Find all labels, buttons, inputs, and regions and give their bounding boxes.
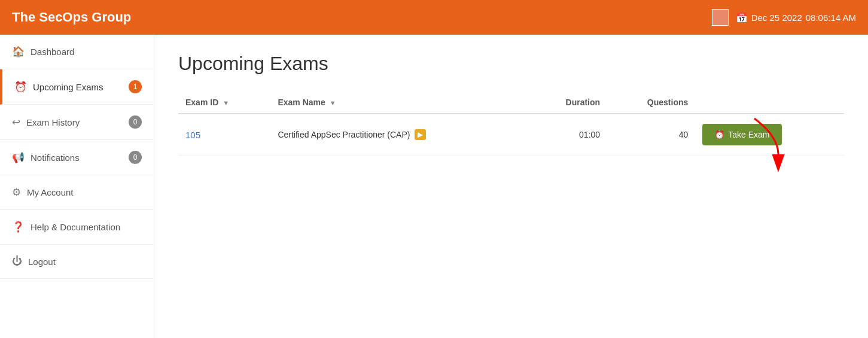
avatar — [712, 9, 729, 26]
header-time: 08:06:14 AM — [806, 13, 856, 23]
col-exam-id-label: Exam ID — [185, 98, 218, 107]
sidebar-item-help-documentation[interactable]: ❓ Help & Documentation — [0, 210, 154, 245]
notification-icon: 📢 — [12, 151, 25, 164]
sidebar-item-notifications[interactable]: 📢 Notifications 0 — [0, 140, 154, 175]
page-title: Upcoming Exams — [178, 53, 844, 75]
sidebar-label-exam-history: Exam History — [26, 117, 80, 127]
exam-name-cell: Certified AppSec Practitioner (CAP) ▶ — [278, 129, 522, 140]
table-header-row: Exam ID ▼ Exam Name ▼ Duration Questions — [178, 92, 844, 114]
cell-exam-name: Certified AppSec Practitioner (CAP) ▶ — [270, 114, 529, 156]
datetime: 📅 Dec 25 2022 08:06:14 AM — [736, 12, 856, 23]
col-questions: Questions — [607, 92, 695, 114]
cell-questions: 40 — [607, 114, 695, 156]
sidebar-item-exam-history[interactable]: ↩ Exam History 0 — [0, 105, 154, 140]
sidebar-item-upcoming-exams[interactable]: ⏰ Upcoming Exams 1 — [0, 69, 154, 105]
col-exam-id[interactable]: Exam ID ▼ — [178, 92, 270, 114]
table-row: 105 Certified AppSec Practitioner (CAP) … — [178, 114, 844, 156]
upcoming-exams-badge: 1 — [129, 80, 142, 93]
col-questions-label: Questions — [647, 98, 688, 107]
help-icon: ❓ — [12, 221, 25, 233]
sidebar-label-notifications: Notifications — [31, 153, 80, 163]
sidebar-item-my-account[interactable]: ⚙ My Account — [0, 175, 154, 210]
sidebar-label-upcoming-exams: Upcoming Exams — [33, 82, 103, 92]
clock-icon: ⏰ — [14, 81, 27, 93]
sidebar: 🏠 Dashboard ⏰ Upcoming Exams 1 ↩ Exam Hi… — [0, 35, 154, 338]
sidebar-item-dashboard[interactable]: 🏠 Dashboard — [0, 35, 154, 69]
exam-name-text: Certified AppSec Practitioner (CAP) — [278, 130, 410, 139]
take-exam-button[interactable]: ⏰ Take Exam — [702, 124, 781, 145]
main-content: Upcoming Exams Exam ID ▼ Exam Name ▼ Dur… — [154, 35, 868, 338]
header: The SecOps Group 📅 Dec 25 2022 08:06:14 … — [0, 0, 868, 35]
col-action — [695, 92, 844, 114]
col-duration: Duration — [529, 92, 607, 114]
sidebar-label-my-account: My Account — [27, 187, 74, 197]
header-right: 📅 Dec 25 2022 08:06:14 AM — [712, 9, 856, 26]
video-icon: ▶ — [415, 129, 426, 140]
gear-icon: ⚙ — [12, 186, 21, 199]
sort-arrow-id: ▼ — [223, 99, 229, 106]
exam-id-link[interactable]: 105 — [185, 130, 200, 140]
calendar-icon: 📅 — [736, 12, 748, 23]
take-exam-label: Take Exam — [728, 130, 769, 139]
col-exam-name[interactable]: Exam Name ▼ — [270, 92, 529, 114]
cell-action: ⏰ Take Exam — [695, 114, 844, 156]
exam-history-badge: 0 — [129, 115, 142, 129]
sidebar-label-logout: Logout — [28, 257, 56, 267]
col-exam-name-label: Exam Name — [278, 98, 325, 107]
logout-icon: ⏻ — [12, 255, 22, 267]
sidebar-item-logout[interactable]: ⏻ Logout — [0, 245, 154, 279]
sidebar-label-help: Help & Documentation — [31, 222, 120, 232]
history-icon: ↩ — [12, 116, 20, 129]
col-duration-label: Duration — [566, 98, 601, 107]
exam-table: Exam ID ▼ Exam Name ▼ Duration Questions — [178, 92, 844, 156]
sidebar-label-dashboard: Dashboard — [31, 47, 74, 57]
sort-arrow-name: ▼ — [330, 99, 336, 106]
cell-duration: 01:00 — [529, 114, 607, 156]
app-title: The SecOps Group — [12, 10, 131, 25]
header-date: Dec 25 2022 — [751, 13, 802, 23]
take-exam-clock-icon: ⏰ — [714, 130, 724, 139]
cell-exam-id: 105 — [178, 114, 270, 156]
home-icon: 🏠 — [12, 45, 25, 58]
notifications-badge: 0 — [129, 151, 142, 164]
